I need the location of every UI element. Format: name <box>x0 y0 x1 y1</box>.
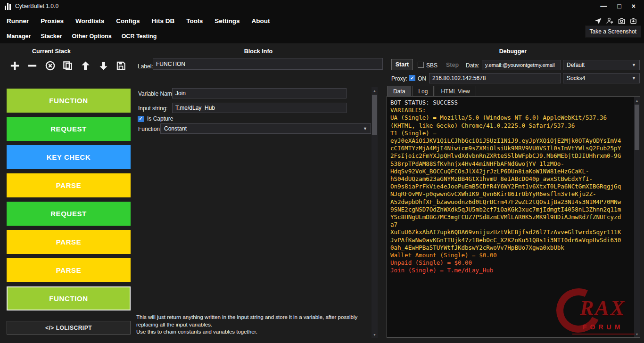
debugger-output-line: hS04dUQzam623aGNYMzBB4GtX1hvmU_8eIABcDO4… <box>390 175 638 183</box>
function-dropdown[interactable]: Constant ▼ <box>160 123 371 134</box>
chevron-down-icon: ▼ <box>363 126 367 131</box>
data-caption: Data: <box>466 62 479 69</box>
debugger-output-line: 538rpTPdAM88SfKvhnjx4Hv44miNHFbAFNdGwojY… <box>390 160 638 168</box>
debugger-output-line: Join (Single) = T.me/dLay_Hub <box>390 267 638 274</box>
debugger-output-line: JvPAfKwNw0avKGnTTUjk47z1BebOcC_X2K2oKu51… <box>390 237 638 244</box>
screenshot-tooltip: Take a Screenshot <box>585 25 641 38</box>
data-input[interactable] <box>482 60 561 70</box>
debugger-tab[interactable]: Data <box>387 86 411 97</box>
proxy-type-value: Socks4 <box>567 75 585 82</box>
proxy-checkbox[interactable]: ✓ <box>409 75 415 81</box>
debugger-tab[interactable]: HTML View <box>435 86 476 97</box>
menu-item[interactable]: Hits DB <box>152 17 175 24</box>
duplicate-block-button[interactable] <box>62 59 74 72</box>
debugger-output-line: HdqSv92VoK_BOCCuQFCOsJlX42jrJzLP6DUn8iaK… <box>390 168 638 175</box>
stack-block[interactable]: PARSE <box>7 258 131 282</box>
user-settings-icon[interactable] <box>606 17 614 25</box>
top-chrome: CyberBullet 1.0.0 — □ × RunnerProxiesWor… <box>0 0 644 43</box>
block-info-scrollbar[interactable]: ▲ ▼ <box>372 87 378 338</box>
clear-stack-button[interactable] <box>44 59 56 72</box>
scroll-down-icon[interactable]: ▼ <box>634 331 640 337</box>
move-up-icon <box>80 60 91 71</box>
window-controls: — □ × <box>600 3 639 9</box>
add-icon <box>9 60 20 71</box>
debugger-output-line: a7- <box>390 221 638 229</box>
debugger-scrollbar[interactable]: ▲ ▼ <box>634 97 640 337</box>
quick-actions <box>594 17 637 25</box>
remove-block-button[interactable] <box>26 59 39 72</box>
submenu-item[interactable]: Other Options <box>72 33 112 40</box>
function-caption: Function: <box>138 126 161 132</box>
app-window: CyberBullet 1.0.0 — □ × RunnerProxiesWor… <box>0 0 644 343</box>
proxy-input[interactable] <box>429 73 561 83</box>
proxy-on-label: ON <box>418 75 426 82</box>
debugger-output-line: eyJ0eXAiOiJKV1QiLCJhbGciOiJSUzI1NiJ9.eyJ… <box>390 137 638 145</box>
debugger-output-line: VARIABLES: <box>390 106 638 114</box>
variable-name-caption: Variable Name: <box>138 90 177 97</box>
debugger-output-line: YSc8HNgULmDBG7MC3mgFCUZ7PSd8zmEVMlLAR0K5… <box>390 213 638 221</box>
debugger-output-line: 2FsIjoic2FmYXJpQHlvdXdvbnRnZXRteS5lbWFpb… <box>390 152 638 160</box>
debugger-output-line: UA (Single) = Mozilla/5.0 (Windows NT 6.… <box>390 114 638 122</box>
block-description-line: This will just return anything written i… <box>136 314 374 328</box>
debugger-output-line: 9SNE2cgNSD7OdZhWXdk5qJU5mb2cf7iOaKGk3xuc… <box>390 206 638 213</box>
is-capture-checkbox[interactable]: ✓ <box>138 116 144 122</box>
send-icon[interactable] <box>594 17 602 25</box>
stack-block[interactable]: PARSE <box>7 230 131 254</box>
input-string-caption: Input string: <box>138 105 168 112</box>
close-button[interactable]: × <box>632 3 636 9</box>
menu-item[interactable]: Settings <box>215 17 239 24</box>
menu-item[interactable]: Wordlists <box>75 17 104 24</box>
maximize-button[interactable]: □ <box>617 3 621 9</box>
save-config-button[interactable] <box>115 59 127 72</box>
window-title: CyberBullet 1.0.0 <box>15 3 58 9</box>
variable-name-input[interactable] <box>172 88 347 98</box>
stack-block[interactable]: REQUEST <box>7 202 131 226</box>
sbs-label: SBS <box>426 62 438 69</box>
move-down-button[interactable] <box>97 59 109 72</box>
submenu-item[interactable]: Manager <box>7 33 31 40</box>
stack-block[interactable]: REQUEST <box>7 117 131 141</box>
block-label-input[interactable] <box>153 58 383 70</box>
stack-block[interactable]: KEY CHECK <box>7 145 131 169</box>
move-up-button[interactable] <box>80 59 92 72</box>
debugger-tab[interactable]: Log <box>412 86 434 97</box>
debugger-output-line: T1 (Single) = <box>390 130 638 137</box>
is-capture-row: ✓ Is Capture <box>138 115 173 122</box>
minimize-button[interactable]: — <box>600 3 607 9</box>
stack-block[interactable]: FUNCTION <box>7 286 131 310</box>
loliscript-button[interactable]: </> LOLISCRIPT <box>7 321 131 335</box>
block-stack: FUNCTIONREQUESTKEY CHECKPARSEREQUESTPARS… <box>7 89 131 310</box>
menu-item[interactable]: Configs <box>116 17 140 24</box>
sbs-checkbox[interactable] <box>418 62 424 68</box>
stack-block[interactable]: PARSE <box>7 173 131 197</box>
scrollbar-thumb[interactable] <box>635 105 639 150</box>
scroll-up-icon[interactable]: ▲ <box>634 97 640 104</box>
camera-icon[interactable] <box>618 17 626 25</box>
submenu-item[interactable]: OCR Testing <box>122 33 157 40</box>
scroll-up-icon[interactable]: ▲ <box>372 87 378 94</box>
sub-menu: ManagerStackerOther OptionsOCR Testing <box>0 29 644 43</box>
block-description-line: Use this to chain constants and variable… <box>136 328 374 336</box>
scroll-down-icon[interactable]: ▼ <box>372 331 378 338</box>
screenshot-icon[interactable] <box>629 17 637 25</box>
menu-item[interactable]: Tools <box>186 17 203 24</box>
step-button[interactable]: Step <box>446 62 459 68</box>
input-string-input[interactable] <box>172 103 347 113</box>
main-menu: RunnerProxiesWordlistsConfigsHits DBTool… <box>0 12 644 29</box>
proxy-type-dropdown[interactable]: Socks4 ▼ <box>563 73 640 83</box>
debugger-output-line: (KHTML, like Gecko) Chrome/41.0.2225.0 S… <box>390 122 638 130</box>
add-block-button[interactable] <box>8 59 21 72</box>
stack-block[interactable]: FUNCTION <box>7 89 131 113</box>
menu-item[interactable]: Runner <box>7 17 29 24</box>
chevron-down-icon: ▼ <box>632 76 636 81</box>
block-description: This will just return anything written i… <box>136 314 374 336</box>
is-capture-label: Is Capture <box>147 115 173 122</box>
debugger-output-line: NJqRFOvMV-p0qwwnGvCXWhIK9_Qvn6Kir86IrObY… <box>390 190 638 198</box>
submenu-item[interactable]: Stacker <box>41 33 62 40</box>
start-button[interactable]: Start <box>391 59 413 70</box>
wordlist-type-dropdown[interactable]: Default ▼ <box>563 60 640 70</box>
debugger-output-line: On9s8iaPrFkVie4eJooPuEmB5CDfR4Y6WY2Fmt1v… <box>390 183 638 190</box>
scrollbar-thumb[interactable] <box>372 95 377 135</box>
menu-item[interactable]: About <box>252 17 270 24</box>
menu-item[interactable]: Proxies <box>41 17 64 24</box>
